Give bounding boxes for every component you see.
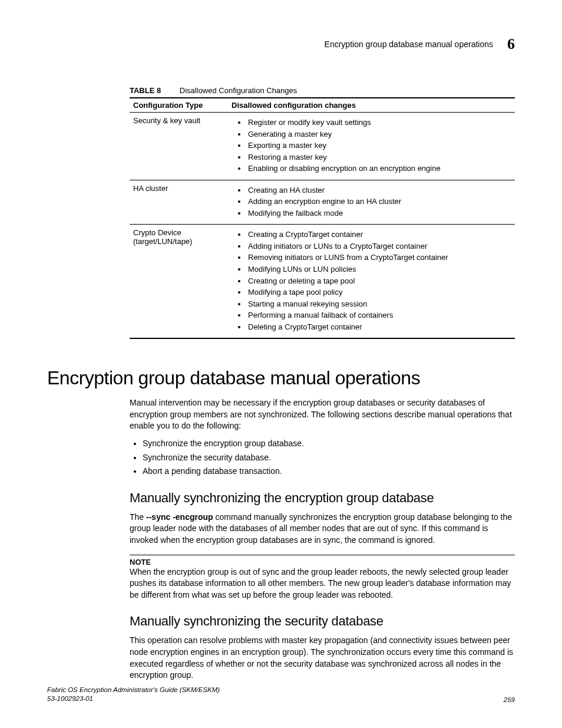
list-item: Enabling or disabling encryption on an e… xyxy=(247,163,511,174)
intro-paragraph: Manual intervention may be necessary if … xyxy=(130,397,515,432)
list-item: Generating a master key xyxy=(247,129,511,140)
subsection-heading: Manually synchronizing the encryption gr… xyxy=(130,490,515,506)
list-item: Removing initiators or LUNS from a Crypt… xyxy=(247,252,511,263)
running-header: Encryption group database manual operati… xyxy=(47,35,515,53)
table-label: TABLE 8 xyxy=(130,86,161,95)
footer-title: Fabric OS Encryption Administrator's Gui… xyxy=(47,686,220,693)
intro-list: Synchronize the encryption group databas… xyxy=(130,438,515,477)
list-item: Modifying the failback mode xyxy=(247,208,511,219)
page-footer: Fabric OS Encryption Administrator's Gui… xyxy=(47,686,515,703)
list-item: Modifying LUNs or LUN policies xyxy=(247,264,511,275)
chapter-number: 6 xyxy=(507,35,515,53)
list-item: Performing a manual failback of containe… xyxy=(247,310,511,321)
list-item: Restoring a master key xyxy=(247,152,511,163)
section-heading: Encryption group database manual operati… xyxy=(47,367,515,389)
cfg-items: Register or modify key vault settings Ge… xyxy=(228,113,515,180)
list-item: Creating or deleting a tape pool xyxy=(247,276,511,286)
note-label: NOTE xyxy=(130,558,515,566)
table-row: Security & key vault Register or modify … xyxy=(130,113,515,180)
table-title: Disallowed Configuration Changes xyxy=(180,86,297,95)
list-item: Starting a manual rekeying session xyxy=(247,299,511,309)
sub1-paragraph: The --sync -encgroup command manually sy… xyxy=(130,512,515,546)
table-caption: TABLE 8 Disallowed Configuration Changes xyxy=(130,86,515,95)
col-config-type: Configuration Type xyxy=(130,98,228,113)
list-item: Register or modify key vault settings xyxy=(247,117,511,128)
list-item: Synchronize the security database. xyxy=(143,452,515,464)
command-text: --sync -encgroup xyxy=(146,512,213,522)
footer-docnum: 53-1002923-01 xyxy=(47,695,93,702)
cfg-items: Creating a CryptoTarget container Adding… xyxy=(228,225,515,338)
subsection-heading: Manually synchronizing the security data… xyxy=(130,614,515,629)
list-item: Exporting a master key xyxy=(247,140,511,151)
list-item: Deleting a CryptoTarget container xyxy=(247,322,511,332)
sub2-paragraph: This operation can resolve problems with… xyxy=(130,635,515,681)
running-title: Encryption group database manual operati… xyxy=(325,39,493,49)
list-item: Abort a pending database transaction. xyxy=(143,466,515,477)
table-row: Crypto Device (target/LUN/tape) Creating… xyxy=(130,225,515,338)
disallowed-config-table: Configuration Type Disallowed configurat… xyxy=(130,97,515,339)
table-8: TABLE 8 Disallowed Configuration Changes… xyxy=(130,86,515,339)
note-rule xyxy=(130,555,515,555)
list-item: Adding initiators or LUNs to a CryptoTar… xyxy=(247,241,511,252)
list-item: Creating a CryptoTarget container xyxy=(247,229,511,240)
cfg-type: HA cluster xyxy=(130,180,228,225)
col-disallowed: Disallowed configuration changes xyxy=(228,98,515,113)
list-item: Synchronize the encryption group databas… xyxy=(143,438,515,450)
cfg-type: Crypto Device (target/LUN/tape) xyxy=(130,225,228,338)
list-item: Adding an encryption engine to an HA clu… xyxy=(247,196,511,207)
cfg-type: Security & key vault xyxy=(130,113,228,180)
table-row: HA cluster Creating an HA cluster Adding… xyxy=(130,180,515,225)
page-number: 259 xyxy=(504,696,515,703)
list-item: Creating an HA cluster xyxy=(247,185,511,196)
cfg-items: Creating an HA cluster Adding an encrypt… xyxy=(228,180,515,225)
note-text: When the encryption group is out of sync… xyxy=(130,566,515,601)
list-item: Modifying a tape pool policy xyxy=(247,287,511,298)
